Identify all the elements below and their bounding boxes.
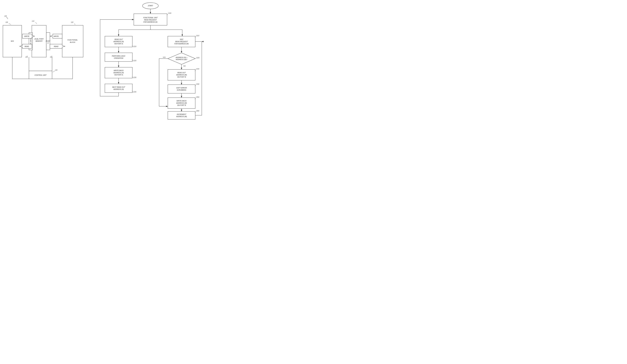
- port-b-label: PORT B: [30, 38, 32, 44]
- port-a-label2: A: [47, 42, 49, 44]
- node-1350-text2: ADDRESS (M): [176, 102, 187, 104]
- ref-120-label: 120: [71, 22, 73, 23]
- ref-1220: 1220: [133, 60, 136, 61]
- ses-label: SES: [11, 40, 14, 42]
- node-1330-text3: VIA PORT B: [177, 76, 186, 78]
- ref-1240: 1240: [133, 91, 136, 93]
- node-1210-text2: ADDRESS (N): [113, 41, 124, 42]
- node-1360-text1: INCREMENT: [177, 113, 186, 115]
- node-1360-box: [168, 111, 195, 119]
- node-1310-text1: SES: [180, 39, 183, 40]
- ref-1340: 1340: [196, 83, 199, 85]
- ref-1350: 1350: [196, 96, 199, 98]
- no-label: NO: [183, 65, 186, 67]
- svg-line-0: [6, 17, 8, 19]
- node-1240-text2: ADDRESS (N): [113, 88, 124, 90]
- ref-1360: 1360: [196, 110, 199, 112]
- ref-1100: 1100: [168, 12, 171, 14]
- ref-1330: 1330: [196, 68, 199, 70]
- node-1340-text1: SOFT ERROR: [176, 87, 187, 89]
- write-left-label: WRITE: [24, 35, 29, 37]
- ref-100-label: 100: [4, 15, 7, 17]
- start-label: START: [148, 5, 153, 6]
- node-1220-text2: OPERATION: [114, 57, 123, 59]
- node-1240-text1: NEXT READ OUT: [112, 86, 125, 88]
- node-1340-text2: SCRUBBING: [177, 89, 186, 91]
- node-1360-text2: ADDRESS (M): [176, 116, 187, 117]
- left-diagram: 100 130 110 120 SES DUAL PORT MEMORY POR…: [0, 0, 96, 101]
- svg-line-3: [74, 23, 75, 25]
- read-left-label: READ: [25, 46, 29, 47]
- ref-140-label: 140: [55, 69, 57, 71]
- node-1320-text1: ADDRESS (N) =: [176, 56, 188, 58]
- ref-1230: 1230: [133, 77, 136, 78]
- ref-1210: 1210: [133, 46, 136, 47]
- ref-1310: 1310: [196, 35, 199, 37]
- dual-port-memory-label: DUAL PORT: [35, 38, 44, 40]
- svg-line-1: [9, 23, 11, 25]
- ref-130-label: 130: [5, 22, 8, 23]
- ref-114-label: 114: [25, 56, 28, 58]
- node-1350-text1: WRITE BACK: [177, 100, 187, 102]
- functional-block-label: FUNCTIONAL: [67, 39, 78, 41]
- node-1310-text2: READ REQUEST: [175, 41, 188, 42]
- svg-line-6: [53, 71, 55, 72]
- port-a-label: PORT: [46, 40, 51, 42]
- node-1230-text1: WRITE BACK: [114, 70, 124, 71]
- ref-110-label: 110: [32, 20, 34, 22]
- node-1100-text1: FUNCTIONAL UNIT: [143, 17, 158, 18]
- node-1210-text1: READ OUT: [114, 39, 123, 40]
- node-1230-text2: ADDRESS (N): [113, 72, 124, 73]
- node-1100-text3: FOR ADDRESS (N): [143, 21, 157, 23]
- write-right-label: WRITE: [53, 35, 59, 37]
- node-1310-text3: FOR ADDRESS (M): [174, 43, 189, 45]
- dual-port-memory-label2: MEMORY: [35, 40, 43, 42]
- node-1210-text3: VIA PORT A: [114, 43, 123, 45]
- svg-line-2: [35, 22, 37, 24]
- node-1220-text1: PERFORM LOGIC: [112, 55, 125, 57]
- right-diagram: START FUNCTIONAL UNIT READ REQUEST FOR A…: [97, 1, 205, 121]
- node-1350-text3: VIA PORT B: [177, 104, 186, 106]
- node-1100-text2: READ REQUEST: [144, 19, 157, 21]
- node-1230-text3: VIA PORT A: [114, 74, 123, 76]
- yes-label: YES: [163, 56, 166, 58]
- node-1330-text1: READ OUT: [177, 72, 186, 73]
- node-1320-text2: ADDRESS (M)?: [176, 58, 187, 60]
- node-1330-text2: ADDRESS (M): [176, 74, 187, 76]
- control-unit-label: CONTROL UNIT: [35, 74, 47, 76]
- read-right-label: READ: [54, 46, 58, 47]
- functional-block-label2: BLOCK: [70, 41, 75, 43]
- ref-1320: 1320: [196, 57, 200, 58]
